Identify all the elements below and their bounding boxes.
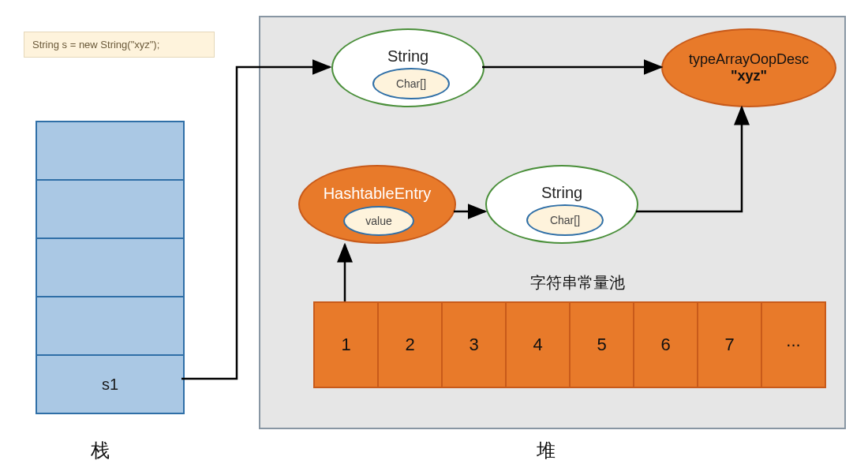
string-pool-title: 字符串常量池 (530, 272, 625, 294)
stack-cell (37, 239, 183, 297)
pool-cell: 2 (379, 303, 443, 387)
typearray-value: "xyz" (731, 68, 767, 84)
string-object-char-array: Char[] (372, 68, 450, 99)
hashtable-entry: HashtableEntry value (298, 165, 456, 244)
string-object-char-array: Char[] (526, 204, 604, 236)
stack-cell: s1 (37, 356, 183, 413)
pool-cell: ··· (762, 303, 825, 387)
stack-cell (37, 122, 183, 181)
typearray-object: typeArrayOopDesc "xyz" (661, 28, 836, 107)
string-pool: 1 2 3 4 5 6 7 ··· (313, 301, 826, 388)
string-object-2: String Char[] (485, 165, 638, 244)
pool-cell: 5 (571, 303, 634, 387)
string-object-1: String Char[] (331, 28, 485, 107)
pool-cell: 1 (315, 303, 379, 387)
pool-cell: 7 (698, 303, 762, 387)
typearray-title: typeArrayOopDesc (689, 51, 809, 68)
heap-label: 堆 (537, 438, 556, 463)
code-snippet: String s = new String("xyz"); (24, 32, 215, 58)
stack-cell (37, 297, 183, 356)
hashtable-entry-value: value (343, 206, 414, 236)
stack-cell (37, 181, 183, 239)
pool-cell: 4 (507, 303, 571, 387)
pool-cell: 6 (634, 303, 698, 387)
pool-cell: 3 (443, 303, 507, 387)
stack-label: 栈 (91, 438, 110, 463)
stack-region: s1 (36, 121, 185, 414)
